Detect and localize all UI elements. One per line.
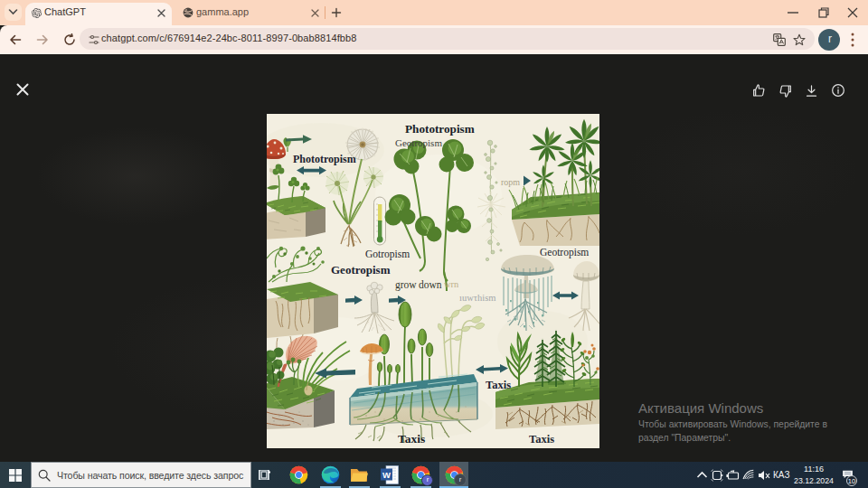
svg-text:Geotropism: Geotropism [540,247,589,258]
svg-text:down: down [419,279,442,290]
svg-text:Taxis: Taxis [486,379,511,391]
svg-text:Phototropism: Phototropism [293,153,356,165]
svg-text:Geotropism: Geotropism [331,263,391,277]
svg-text:Gotropism: Gotropism [365,249,410,260]
svg-text:grow: grow [395,279,417,291]
svg-text:Taxis: Taxis [398,432,425,446]
svg-text:Taxis: Taxis [529,433,554,446]
svg-text:ıuwτhism: ıuwτhism [459,293,495,303]
svg-text:ropm: ropm [501,177,520,187]
svg-text:Phototropism: Phototropism [405,122,475,136]
svg-text:Geotropism: Geotropism [395,137,442,148]
svg-text:wrn: wrn [444,279,459,289]
svg-text:W: W [382,470,391,480]
